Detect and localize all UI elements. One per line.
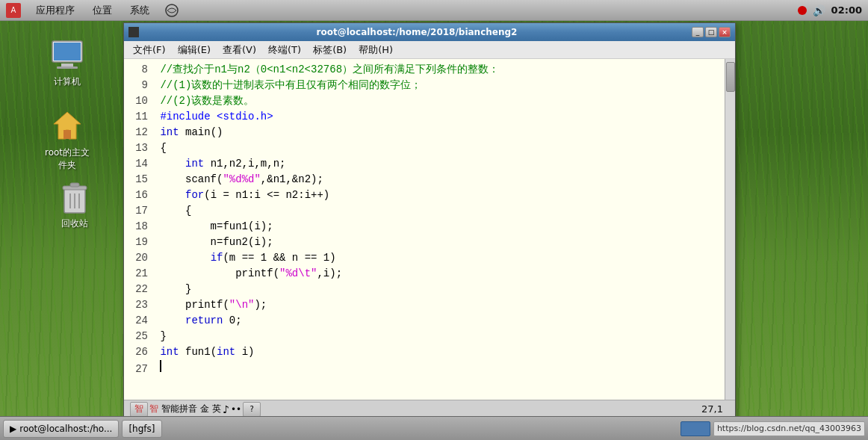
editor-window: root@localhost:/home/2018/biancheng2 _ □…: [123, 22, 736, 418]
code-line-26: 26 int fun1(int i): [124, 344, 725, 360]
im-label: 智能拼音: [161, 403, 197, 415]
menu-file[interactable]: 文件(F): [127, 42, 172, 58]
svg-rect-2: [54, 43, 81, 61]
lang1: 金: [200, 403, 209, 415]
menu-view[interactable]: 查看(V): [217, 42, 262, 58]
code-line-8: 8 //查找介于n1与n2（0<n1<n2<32768）之间所有满足下列条件的整…: [124, 62, 725, 78]
svg-rect-3: [61, 63, 73, 66]
im-icon: 智: [149, 403, 158, 415]
computer-icon-img: [49, 37, 85, 72]
blue-rect: [681, 421, 710, 436]
svg-rect-4: [57, 66, 78, 69]
code-line-27: 27: [124, 360, 725, 377]
code-line-23: 23 printf("\n");: [124, 297, 725, 313]
window-controls: _ □ ×: [692, 27, 731, 37]
code-line-25: 25 }: [124, 329, 725, 344]
code-line-9: 9 //(1)该数的十进制表示中有且仅有两个相同的数字位；: [124, 78, 725, 93]
window-icon: [128, 27, 139, 37]
lang2: 英: [212, 403, 221, 415]
code-line-24: 24 return 0;: [124, 313, 725, 329]
url-area: https://blog.csdn.net/qq_43003963: [713, 421, 865, 436]
code-line-10: 10 //(2)该数是素数。: [124, 93, 725, 109]
code-line-13: 13 {: [124, 140, 725, 156]
editor-scrollbar[interactable]: [725, 59, 735, 400]
close-button[interactable]: ×: [719, 27, 731, 37]
maximize-button[interactable]: □: [705, 27, 717, 37]
taskbar-btn-hgfs[interactable]: [hgfs]: [122, 420, 161, 438]
music-icon: ♪: [223, 403, 229, 415]
top-taskbar-right: 🔊 02:00: [798, 4, 862, 16]
status-bar-icons: 智 智 智能拼音 金 英 ♪ •• ?: [130, 402, 261, 417]
minimize-button[interactable]: _: [692, 27, 704, 37]
desktop-icon-computer[interactable]: 计算机: [37, 34, 97, 91]
cursor-position: 27,1: [695, 403, 729, 415]
menu-help[interactable]: 帮助(H): [353, 42, 399, 58]
code-line-16: 16 for(i = n1:i <= n2:i++): [124, 188, 725, 203]
location-menu[interactable]: 位置: [90, 2, 115, 19]
window-title: root@localhost:/home/2018/biancheng2: [142, 27, 692, 37]
code-line-18: 18 m=fun1(i);: [124, 219, 725, 235]
top-taskbar-left: A 应用程序 位置 系统: [6, 2, 179, 19]
computer-label: 计算机: [54, 75, 81, 88]
editor-container: 8 //查找介于n1与n2（0<n1<n2<32768）之间所有满足下列条件的整…: [124, 59, 735, 400]
volume-icon[interactable]: 🔊: [813, 4, 825, 16]
text-cursor: [160, 360, 161, 372]
app-icon[interactable]: A: [6, 3, 21, 18]
home-icon-img: [49, 108, 85, 143]
system-menu[interactable]: 系统: [127, 2, 152, 19]
dots-icon: ••: [231, 404, 241, 415]
code-line-22: 22 }: [124, 282, 725, 297]
red-indicator: [798, 6, 807, 15]
menu-terminal[interactable]: 终端(T): [262, 42, 307, 58]
svg-rect-9: [70, 183, 79, 187]
taskbar-right: https://blog.csdn.net/qq_43003963: [681, 421, 865, 436]
app-menu[interactable]: 应用程序: [33, 2, 78, 19]
code-line-20: 20 if(m == 1 && n == 1): [124, 250, 725, 266]
code-line-12: 12 int main(): [124, 125, 725, 140]
im-status: 智 智能拼音 金 英: [149, 403, 221, 415]
code-line-19: 19 n=fun2(i);: [124, 235, 725, 250]
home-label: root的主文件夹: [40, 146, 94, 172]
trash-icon-img: [57, 179, 93, 214]
top-taskbar: A 应用程序 位置 系统 🔊 02:00: [0, 0, 868, 21]
code-line-11: 11 #include <stdio.h>: [124, 109, 725, 125]
taskbar-btn-terminal[interactable]: ▶ root@localhost:/ho...: [3, 420, 119, 438]
code-area[interactable]: 8 //查找介于n1与n2（0<n1<n2<32768）之间所有满足下列条件的整…: [124, 59, 725, 380]
desktop-icon-home[interactable]: root的主文件夹: [37, 105, 97, 175]
help-icon: ?: [249, 405, 253, 413]
desktop-icon-trash[interactable]: 回收站: [45, 176, 105, 233]
code-line-15: 15 scanf("%d%d",&n1,&n2);: [124, 172, 725, 188]
window-titlebar[interactable]: root@localhost:/home/2018/biancheng2 _ □…: [124, 23, 735, 41]
desktop: A 应用程序 位置 系统 🔊 02:00: [0, 0, 868, 440]
code-line-14: 14 int n1,n2,i,m,n;: [124, 156, 725, 172]
network-icon: [164, 3, 179, 18]
code-line-21: 21 printf("%d\t",i);: [124, 266, 725, 282]
editor-scroll[interactable]: 8 //查找介于n1与n2（0<n1<n2<32768）之间所有满足下列条件的整…: [124, 59, 725, 400]
menu-tabs[interactable]: 标签(B): [307, 42, 353, 58]
status-icon-1[interactable]: 智: [130, 402, 148, 417]
code-line-17: 17 {: [124, 203, 725, 219]
svg-rect-6: [63, 130, 71, 139]
menu-edit[interactable]: 编辑(E): [172, 42, 217, 58]
scrollbar-thumb[interactable]: [726, 62, 735, 92]
status-bar: 智 智 智能拼音 金 英 ♪ •• ? 27,1: [124, 400, 735, 418]
help-icon-btn[interactable]: ?: [243, 402, 261, 417]
clock: 02:00: [831, 4, 862, 16]
terminal-icon: ▶: [10, 424, 16, 434]
trash-label: 回收站: [61, 217, 88, 230]
window-menubar: 文件(F) 编辑(E) 查看(V) 终端(T) 标签(B) 帮助(H): [124, 41, 735, 59]
bottom-taskbar: ▶ root@localhost:/ho... [hgfs] https://b…: [0, 416, 868, 440]
